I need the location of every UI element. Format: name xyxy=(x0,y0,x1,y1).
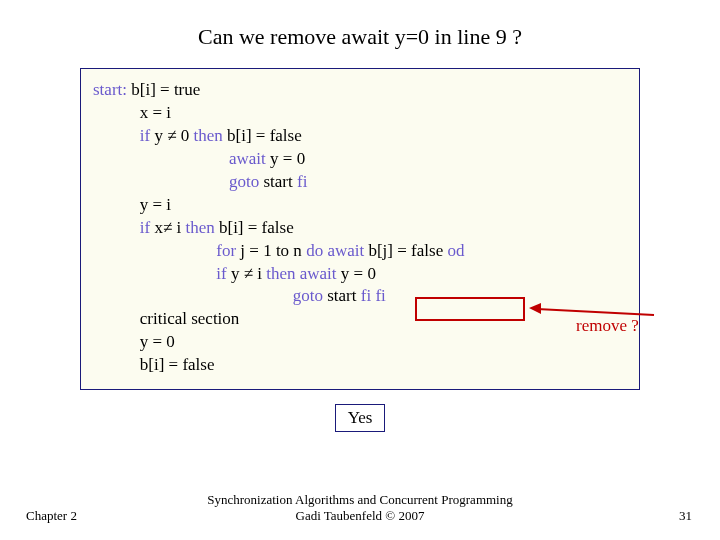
code-line-1: start: b[i] = true xyxy=(93,79,627,102)
code-line-9: if y ≠ i then await y = 0 xyxy=(93,263,627,286)
kw-fi: fi xyxy=(297,172,307,191)
code-text: start xyxy=(263,172,297,191)
chapter-label: Chapter 2 xyxy=(26,508,77,524)
code-text: b[i] = false xyxy=(219,218,294,237)
code-text: y ≠ i xyxy=(231,264,266,283)
kw-goto: goto xyxy=(93,172,263,191)
code-text: y = 0 xyxy=(270,149,305,168)
code-line-6: y = i xyxy=(93,194,627,217)
kw-for: for xyxy=(93,241,240,260)
kw-await: await xyxy=(300,264,341,283)
code-text: critical section xyxy=(93,309,239,328)
code-line-4: await y = 0 xyxy=(93,148,627,171)
code-text: y ≠ 0 xyxy=(154,126,193,145)
code-box: start: b[i] = true x = i if y ≠ 0 then b… xyxy=(80,68,640,390)
credit-line2: Gadi Taubenfeld © 2007 xyxy=(296,508,425,523)
code-text: b[i] = true xyxy=(131,80,200,99)
code-text: b[i] = false xyxy=(227,126,302,145)
footer: Chapter 2 Synchronization Algorithms and… xyxy=(0,492,720,525)
kw-do-await: do await xyxy=(306,241,368,260)
remove-label: remove ? xyxy=(576,316,639,336)
kw-await: await xyxy=(93,149,270,168)
credit-line1: Synchronization Algorithms and Concurren… xyxy=(207,492,512,507)
kw-if: if xyxy=(93,264,231,283)
code-text: y = i xyxy=(93,195,171,214)
code-text: x = i xyxy=(93,103,171,122)
slide-title: Can we remove await y=0 in line 9 ? xyxy=(0,0,720,68)
code-text: x≠ i xyxy=(154,218,185,237)
code-text: j = 1 to n xyxy=(240,241,306,260)
kw-then: then xyxy=(193,126,227,145)
code-line-2: x = i xyxy=(93,102,627,125)
code-text: b[j] = false xyxy=(368,241,447,260)
kw-goto: goto xyxy=(93,286,327,305)
code-text: b[i] = false xyxy=(93,355,214,374)
kw-if: if xyxy=(93,126,154,145)
code-line-12: y = 0 xyxy=(93,331,627,354)
credit-text: Synchronization Algorithms and Concurren… xyxy=(0,492,720,525)
kw-start: start: xyxy=(93,80,131,99)
code-text: y = 0 xyxy=(93,332,175,351)
answer-box: Yes xyxy=(335,404,385,432)
highlight-box xyxy=(415,297,525,321)
code-line-8: for j = 1 to n do await b[j] = false od xyxy=(93,240,627,263)
kw-od: od xyxy=(447,241,464,260)
code-line-5: goto start fi xyxy=(93,171,627,194)
code-text: start xyxy=(327,286,361,305)
code-line-7: if x≠ i then b[i] = false xyxy=(93,217,627,240)
kw-then: then xyxy=(266,264,300,283)
kw-if: if xyxy=(93,218,154,237)
svg-line-0 xyxy=(537,309,654,315)
svg-marker-1 xyxy=(529,303,541,314)
code-text: y = 0 xyxy=(341,264,376,283)
code-line-3: if y ≠ 0 then b[i] = false xyxy=(93,125,627,148)
kw-then: then xyxy=(185,218,219,237)
page-number: 31 xyxy=(679,508,692,524)
kw-fi-fi: fi fi xyxy=(361,286,386,305)
code-line-13: b[i] = false xyxy=(93,354,627,377)
